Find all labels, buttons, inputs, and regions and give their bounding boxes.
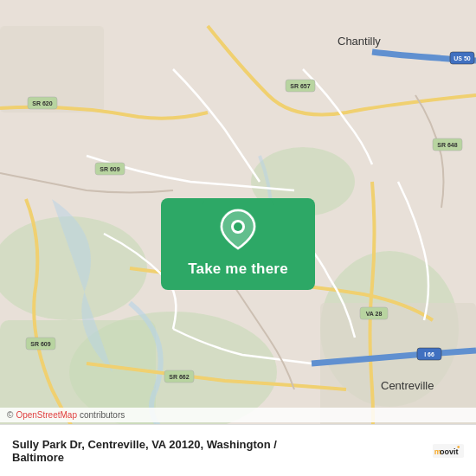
copyright-symbol: ©: [7, 410, 13, 420]
svg-text:SR 657: SR 657: [290, 83, 310, 89]
bottom-info-bar: Sully Park Dr, Centreville, VA 20120, Wa…: [0, 424, 476, 476]
svg-point-31: [234, 222, 242, 231]
copyright-bar: © OpenStreetMap contributors: [0, 408, 476, 422]
svg-text:SR 609: SR 609: [30, 341, 50, 347]
svg-text:SR 662: SR 662: [169, 374, 189, 380]
map-container: SR 620 SR 609 SR 609 SR 657 SR 662 SR 66…: [0, 0, 476, 476]
osm-link[interactable]: OpenStreetMap: [16, 410, 77, 420]
contributors-text: contributors: [80, 410, 125, 420]
svg-text:Chantilly: Chantilly: [338, 35, 381, 48]
svg-text:SR 620: SR 620: [32, 100, 52, 106]
svg-text:VA 28: VA 28: [366, 311, 383, 317]
pin-icon-container: [203, 198, 273, 257]
take-me-there-button[interactable]: Take me there: [161, 198, 315, 290]
moovit-logo: m oovit: [433, 435, 464, 466]
pin-icon: [220, 209, 256, 250]
svg-text:oovit: oovit: [440, 447, 459, 455]
address-line2: Baltimore: [12, 451, 277, 464]
svg-point-35: [457, 446, 460, 448]
moovit-logo-svg: m oovit: [433, 435, 464, 466]
address-line1: Sully Park Dr, Centreville, VA 20120, Wa…: [12, 438, 277, 451]
svg-text:Centreville: Centreville: [381, 379, 434, 392]
svg-text:SR 609: SR 609: [100, 166, 119, 172]
svg-text:I 66: I 66: [424, 351, 434, 357]
address-block: Sully Park Dr, Centreville, VA 20120, Wa…: [12, 438, 277, 464]
svg-text:US 50: US 50: [453, 55, 471, 61]
take-me-there-label: Take me there: [188, 261, 288, 278]
svg-text:SR 648: SR 648: [437, 142, 457, 148]
